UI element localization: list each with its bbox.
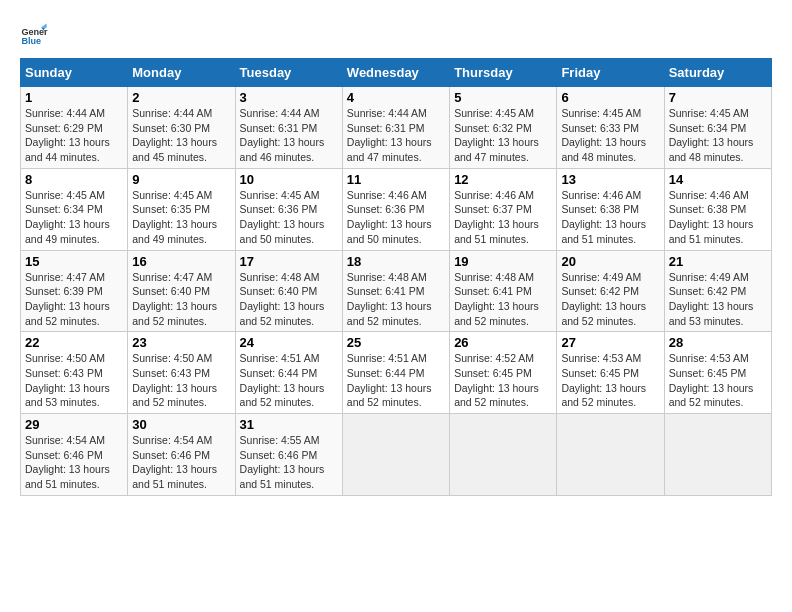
calendar-week-row: 29Sunrise: 4:54 AM Sunset: 6:46 PM Dayli… — [21, 414, 772, 496]
day-info: Sunrise: 4:44 AM Sunset: 6:31 PM Dayligh… — [240, 106, 338, 165]
header: General Blue — [20, 18, 772, 50]
day-info: Sunrise: 4:50 AM Sunset: 6:43 PM Dayligh… — [132, 351, 230, 410]
logo-icon: General Blue — [20, 22, 48, 50]
day-number: 31 — [240, 417, 338, 432]
day-info: Sunrise: 4:48 AM Sunset: 6:41 PM Dayligh… — [347, 270, 445, 329]
day-info: Sunrise: 4:44 AM Sunset: 6:30 PM Dayligh… — [132, 106, 230, 165]
calendar-cell: 6Sunrise: 4:45 AM Sunset: 6:33 PM Daylig… — [557, 87, 664, 169]
day-number: 17 — [240, 254, 338, 269]
calendar-cell: 12Sunrise: 4:46 AM Sunset: 6:37 PM Dayli… — [450, 168, 557, 250]
calendar-cell: 15Sunrise: 4:47 AM Sunset: 6:39 PM Dayli… — [21, 250, 128, 332]
day-number: 14 — [669, 172, 767, 187]
day-number: 23 — [132, 335, 230, 350]
day-info: Sunrise: 4:48 AM Sunset: 6:40 PM Dayligh… — [240, 270, 338, 329]
day-info: Sunrise: 4:51 AM Sunset: 6:44 PM Dayligh… — [347, 351, 445, 410]
calendar-cell — [450, 414, 557, 496]
day-info: Sunrise: 4:45 AM Sunset: 6:32 PM Dayligh… — [454, 106, 552, 165]
day-info: Sunrise: 4:50 AM Sunset: 6:43 PM Dayligh… — [25, 351, 123, 410]
day-info: Sunrise: 4:49 AM Sunset: 6:42 PM Dayligh… — [669, 270, 767, 329]
svg-text:Blue: Blue — [21, 36, 41, 46]
weekday-header: Sunday — [21, 59, 128, 87]
day-number: 7 — [669, 90, 767, 105]
calendar-week-row: 8Sunrise: 4:45 AM Sunset: 6:34 PM Daylig… — [21, 168, 772, 250]
day-info: Sunrise: 4:54 AM Sunset: 6:46 PM Dayligh… — [25, 433, 123, 492]
day-info: Sunrise: 4:47 AM Sunset: 6:40 PM Dayligh… — [132, 270, 230, 329]
day-number: 15 — [25, 254, 123, 269]
day-number: 18 — [347, 254, 445, 269]
day-number: 1 — [25, 90, 123, 105]
day-info: Sunrise: 4:44 AM Sunset: 6:31 PM Dayligh… — [347, 106, 445, 165]
calendar-cell: 18Sunrise: 4:48 AM Sunset: 6:41 PM Dayli… — [342, 250, 449, 332]
day-number: 25 — [347, 335, 445, 350]
day-info: Sunrise: 4:46 AM Sunset: 6:37 PM Dayligh… — [454, 188, 552, 247]
day-number: 2 — [132, 90, 230, 105]
calendar-cell: 3Sunrise: 4:44 AM Sunset: 6:31 PM Daylig… — [235, 87, 342, 169]
weekday-header: Monday — [128, 59, 235, 87]
day-number: 11 — [347, 172, 445, 187]
calendar-table: SundayMondayTuesdayWednesdayThursdayFrid… — [20, 58, 772, 496]
calendar-cell: 30Sunrise: 4:54 AM Sunset: 6:46 PM Dayli… — [128, 414, 235, 496]
calendar-cell: 8Sunrise: 4:45 AM Sunset: 6:34 PM Daylig… — [21, 168, 128, 250]
day-info: Sunrise: 4:46 AM Sunset: 6:36 PM Dayligh… — [347, 188, 445, 247]
calendar-cell: 19Sunrise: 4:48 AM Sunset: 6:41 PM Dayli… — [450, 250, 557, 332]
day-number: 20 — [561, 254, 659, 269]
day-number: 19 — [454, 254, 552, 269]
day-number: 29 — [25, 417, 123, 432]
day-info: Sunrise: 4:53 AM Sunset: 6:45 PM Dayligh… — [669, 351, 767, 410]
calendar-cell — [557, 414, 664, 496]
day-info: Sunrise: 4:46 AM Sunset: 6:38 PM Dayligh… — [561, 188, 659, 247]
day-info: Sunrise: 4:45 AM Sunset: 6:36 PM Dayligh… — [240, 188, 338, 247]
calendar-cell: 17Sunrise: 4:48 AM Sunset: 6:40 PM Dayli… — [235, 250, 342, 332]
day-info: Sunrise: 4:48 AM Sunset: 6:41 PM Dayligh… — [454, 270, 552, 329]
calendar-cell: 27Sunrise: 4:53 AM Sunset: 6:45 PM Dayli… — [557, 332, 664, 414]
day-number: 26 — [454, 335, 552, 350]
calendar-cell: 4Sunrise: 4:44 AM Sunset: 6:31 PM Daylig… — [342, 87, 449, 169]
day-info: Sunrise: 4:45 AM Sunset: 6:33 PM Dayligh… — [561, 106, 659, 165]
day-info: Sunrise: 4:55 AM Sunset: 6:46 PM Dayligh… — [240, 433, 338, 492]
calendar-week-row: 1Sunrise: 4:44 AM Sunset: 6:29 PM Daylig… — [21, 87, 772, 169]
day-info: Sunrise: 4:52 AM Sunset: 6:45 PM Dayligh… — [454, 351, 552, 410]
day-number: 5 — [454, 90, 552, 105]
day-info: Sunrise: 4:46 AM Sunset: 6:38 PM Dayligh… — [669, 188, 767, 247]
calendar-cell: 21Sunrise: 4:49 AM Sunset: 6:42 PM Dayli… — [664, 250, 771, 332]
calendar-cell: 9Sunrise: 4:45 AM Sunset: 6:35 PM Daylig… — [128, 168, 235, 250]
day-number: 28 — [669, 335, 767, 350]
day-number: 21 — [669, 254, 767, 269]
day-info: Sunrise: 4:44 AM Sunset: 6:29 PM Dayligh… — [25, 106, 123, 165]
weekday-header: Tuesday — [235, 59, 342, 87]
day-info: Sunrise: 4:47 AM Sunset: 6:39 PM Dayligh… — [25, 270, 123, 329]
calendar-cell: 22Sunrise: 4:50 AM Sunset: 6:43 PM Dayli… — [21, 332, 128, 414]
calendar-cell — [342, 414, 449, 496]
day-info: Sunrise: 4:54 AM Sunset: 6:46 PM Dayligh… — [132, 433, 230, 492]
day-number: 3 — [240, 90, 338, 105]
day-info: Sunrise: 4:51 AM Sunset: 6:44 PM Dayligh… — [240, 351, 338, 410]
calendar-cell: 16Sunrise: 4:47 AM Sunset: 6:40 PM Dayli… — [128, 250, 235, 332]
day-info: Sunrise: 4:49 AM Sunset: 6:42 PM Dayligh… — [561, 270, 659, 329]
day-info: Sunrise: 4:53 AM Sunset: 6:45 PM Dayligh… — [561, 351, 659, 410]
day-info: Sunrise: 4:45 AM Sunset: 6:35 PM Dayligh… — [132, 188, 230, 247]
day-number: 9 — [132, 172, 230, 187]
calendar-week-row: 22Sunrise: 4:50 AM Sunset: 6:43 PM Dayli… — [21, 332, 772, 414]
day-number: 30 — [132, 417, 230, 432]
calendar-cell: 20Sunrise: 4:49 AM Sunset: 6:42 PM Dayli… — [557, 250, 664, 332]
weekday-header: Thursday — [450, 59, 557, 87]
calendar-week-row: 15Sunrise: 4:47 AM Sunset: 6:39 PM Dayli… — [21, 250, 772, 332]
calendar-cell: 23Sunrise: 4:50 AM Sunset: 6:43 PM Dayli… — [128, 332, 235, 414]
main-container: General Blue SundayMondayTuesdayWednesda… — [0, 0, 792, 506]
weekday-header: Wednesday — [342, 59, 449, 87]
calendar-cell: 25Sunrise: 4:51 AM Sunset: 6:44 PM Dayli… — [342, 332, 449, 414]
day-number: 6 — [561, 90, 659, 105]
calendar-cell: 14Sunrise: 4:46 AM Sunset: 6:38 PM Dayli… — [664, 168, 771, 250]
calendar-cell — [664, 414, 771, 496]
calendar-header-row: SundayMondayTuesdayWednesdayThursdayFrid… — [21, 59, 772, 87]
weekday-header: Saturday — [664, 59, 771, 87]
day-number: 22 — [25, 335, 123, 350]
calendar-cell: 13Sunrise: 4:46 AM Sunset: 6:38 PM Dayli… — [557, 168, 664, 250]
calendar-cell: 28Sunrise: 4:53 AM Sunset: 6:45 PM Dayli… — [664, 332, 771, 414]
day-number: 13 — [561, 172, 659, 187]
calendar-cell: 11Sunrise: 4:46 AM Sunset: 6:36 PM Dayli… — [342, 168, 449, 250]
weekday-header: Friday — [557, 59, 664, 87]
calendar-cell: 1Sunrise: 4:44 AM Sunset: 6:29 PM Daylig… — [21, 87, 128, 169]
calendar-cell: 24Sunrise: 4:51 AM Sunset: 6:44 PM Dayli… — [235, 332, 342, 414]
day-number: 16 — [132, 254, 230, 269]
